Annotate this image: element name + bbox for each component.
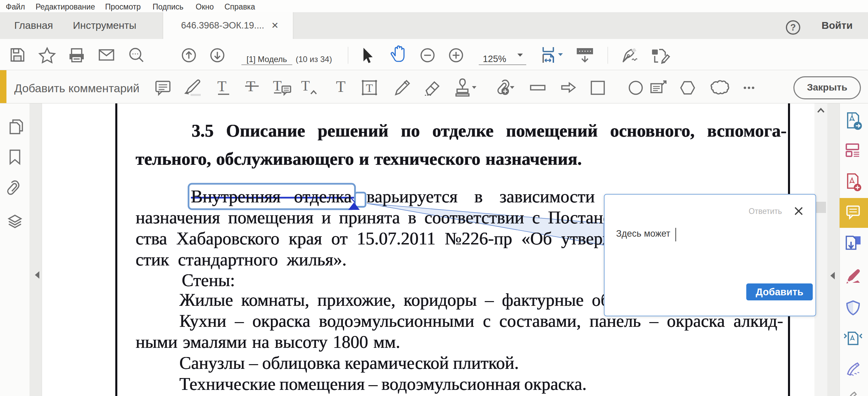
svg-text:T: T (273, 78, 282, 94)
svg-text:T: T (217, 78, 226, 95)
svg-text:T: T (336, 78, 346, 95)
svg-text:T: T (366, 82, 373, 94)
svg-text:T: T (301, 78, 310, 94)
svg-text:?: ? (790, 22, 796, 33)
